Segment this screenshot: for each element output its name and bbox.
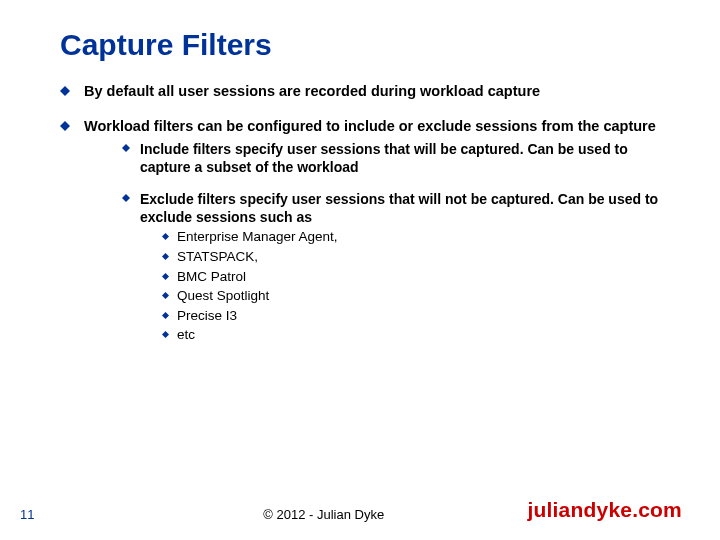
bullet-text: BMC Patrol <box>177 268 670 286</box>
bullet-text: Include filters specify user sessions th… <box>140 140 670 176</box>
bullet-text: Precise I3 <box>177 307 670 325</box>
bullet-list-nested: Include filters specify user sessions th… <box>122 140 670 346</box>
bullet-level3: Enterprise Manager Agent, <box>162 228 670 246</box>
bullet-text: Quest Spotlight <box>177 287 670 305</box>
bullet-level3: BMC Patrol <box>162 268 670 286</box>
bullet-text-inner: Workload filters can be configured to in… <box>84 118 656 134</box>
bullet-list: By default all user sessions are recorde… <box>60 82 670 360</box>
page-number: 11 <box>20 507 80 522</box>
bullet-list-nested: Enterprise Manager Agent, STATSPACK, BMC… <box>162 228 670 343</box>
diamond-icon <box>162 292 169 299</box>
diamond-icon <box>122 144 130 152</box>
footer: 11 © 2012 - Julian Dyke juliandyke.com <box>0 498 720 522</box>
bullet-text: By default all user sessions are recorde… <box>84 82 670 101</box>
diamond-icon <box>60 86 70 96</box>
bullet-level3: etc <box>162 326 670 344</box>
bullet-text: etc <box>177 326 670 344</box>
bullet-level1: Workload filters can be configured to in… <box>60 117 670 360</box>
diamond-icon <box>162 273 169 280</box>
slide: Capture Filters By default all user sess… <box>0 0 720 540</box>
bullet-text: Workload filters can be configured to in… <box>84 117 670 360</box>
bullet-level3: Precise I3 <box>162 307 670 325</box>
diamond-icon <box>60 121 70 131</box>
bullet-level2: Include filters specify user sessions th… <box>122 140 670 176</box>
diamond-icon <box>162 233 169 240</box>
diamond-icon <box>162 312 169 319</box>
website: juliandyke.com <box>527 498 682 522</box>
copyright: © 2012 - Julian Dyke <box>80 507 527 522</box>
bullet-level2: Exclude filters specify user sessions th… <box>122 190 670 346</box>
bullet-level3: STATSPACK, <box>162 248 670 266</box>
bullet-text: Exclude filters specify user sessions th… <box>140 190 670 346</box>
bullet-text-inner: Exclude filters specify user sessions th… <box>140 191 658 225</box>
diamond-icon <box>162 253 169 260</box>
bullet-level1: By default all user sessions are recorde… <box>60 82 670 101</box>
bullet-level3: Quest Spotlight <box>162 287 670 305</box>
page-title: Capture Filters <box>60 28 670 62</box>
diamond-icon <box>122 194 130 202</box>
diamond-icon <box>162 331 169 338</box>
bullet-text: Enterprise Manager Agent, <box>177 228 670 246</box>
bullet-text: STATSPACK, <box>177 248 670 266</box>
